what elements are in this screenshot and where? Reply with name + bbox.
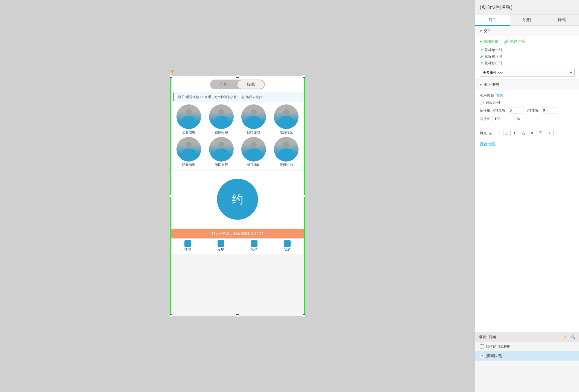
interaction-collapse-arrow[interactable]: ∨	[480, 29, 482, 33]
add-use-case-link[interactable]: + 添加用例	[480, 39, 499, 44]
handle-bottom-left[interactable]	[170, 314, 172, 317]
service-icon-3	[274, 104, 299, 129]
tab-style[interactable]: 样式	[545, 14, 579, 26]
scale-label: 缩放比	[480, 116, 490, 121]
bottom-panel-title: 概要: 页面	[479, 335, 496, 340]
service-item-7[interactable]: 摄影约拍	[271, 137, 302, 167]
padding-right-label: 右	[522, 131, 525, 136]
x-axis-input[interactable]	[508, 107, 524, 113]
service-label-0: 语音陪聊	[182, 130, 195, 135]
snapshot-icon: □	[480, 354, 484, 358]
handle-bottom-right[interactable]	[303, 314, 305, 317]
outline-item-1[interactable]: □ (页面快照)	[475, 351, 579, 361]
service-item-5[interactable]: 陪同旅行	[206, 137, 237, 167]
padding-bottom-input[interactable]	[544, 130, 554, 136]
padding-right-input[interactable]	[527, 130, 537, 136]
create-link-action[interactable]: 🔗 创建连接	[504, 39, 525, 44]
filter-icon[interactable]: ⚡	[563, 334, 568, 340]
nav-icon-jineng	[184, 240, 191, 247]
more-events-select[interactable]: 更多事件>>>	[480, 69, 575, 77]
fit-ratio-row: 适应比例	[480, 100, 575, 105]
panel-title-bar: (页面快照名称)	[475, 0, 579, 14]
padding-header-label: 填充	[480, 131, 487, 136]
event-arrow-leave: ↗	[480, 61, 483, 65]
padding-row: 填充 左 上 右 下	[480, 130, 575, 136]
nav-item-jineng[interactable]: 技能	[171, 240, 204, 252]
event-label-leave: 鼠标移出时	[485, 61, 502, 66]
banner-text: "浪子"赠送钱包399金币，3分钟约到"小丽"一起"陪我去旅行"	[173, 93, 302, 101]
offset-label: 偏移量	[480, 108, 490, 113]
nav-item-sixin[interactable]: 私信	[238, 240, 271, 252]
service-label-4: 陪看电影	[182, 163, 195, 167]
service-icon-5	[209, 137, 234, 162]
event-row-leave: ↗ 鼠标移出时	[480, 60, 575, 66]
right-panel: (页面快照名称) 属性 说明 样式 ∨ 交互 + 添加用例 🔗 创建连接	[475, 0, 579, 392]
outline-label-1: (页面快照)	[486, 353, 502, 358]
padding-top-label: 上	[505, 131, 509, 136]
service-label-1: 视频陪聊	[215, 130, 228, 135]
service-item-4[interactable]: 陪看电影	[174, 137, 204, 167]
padding-top-input[interactable]	[510, 130, 520, 136]
snapshot-section: 引用页面 首页 适应比例 偏移量 X轴坐标 y轴坐标 缩放比 %	[475, 90, 579, 127]
canvas-area: 广场 接单 "浪子"赠送钱包399金币，3分钟约到"小丽"一起"陪我去旅行" 语…	[0, 0, 475, 392]
interaction-section: + 添加用例 🔗 创建连接 ↗ 鼠标单击时 ↗ 鼠标移入时 ↗ 鼠标移出时	[475, 36, 579, 80]
padding-left-label: 左	[488, 131, 492, 136]
service-icon-1	[209, 104, 234, 129]
nav-item-wode[interactable]: 我的	[271, 240, 304, 252]
service-label-3: 陪我吃饭	[280, 130, 293, 135]
service-item-2[interactable]: 陪打游戏	[239, 104, 269, 135]
event-label-click: 鼠标单击时	[485, 48, 502, 52]
service-label-5: 陪同旅行	[215, 163, 228, 167]
y-axis-input[interactable]	[541, 107, 557, 113]
tab-toggle-inner: 广场 接单	[210, 80, 265, 89]
tab-description[interactable]: 说明	[510, 14, 544, 26]
service-icon-6	[241, 137, 266, 162]
handle-top-middle[interactable]	[236, 75, 239, 78]
fit-ratio-label: 适应比例	[486, 100, 500, 105]
handle-top-left[interactable]	[170, 75, 172, 78]
reference-link[interactable]: 首页	[496, 93, 503, 98]
scale-unit: %	[517, 117, 520, 121]
nav-label-wode: 我的	[284, 247, 291, 252]
status-bar: 12人已抢单，剩余选择时间10:59	[171, 229, 304, 238]
handle-middle-left[interactable]	[170, 195, 172, 197]
reference-page-row: 引用页面 首页	[480, 93, 575, 98]
tab-properties[interactable]: 属性	[475, 14, 510, 26]
panel-tabs: 属性 说明 样式	[475, 14, 579, 26]
scale-input[interactable]	[493, 116, 514, 122]
service-icon-2	[241, 104, 266, 129]
padding-section: 填充 左 上 右 下	[475, 127, 579, 139]
page-icon-0	[480, 344, 484, 349]
center-action-area: 约	[171, 171, 304, 228]
handle-bottom-middle[interactable]	[236, 314, 239, 317]
search-icon[interactable]: 🔍	[570, 334, 576, 340]
event-arrow-click: ↗	[480, 48, 483, 52]
fit-ratio-checkbox[interactable]	[480, 101, 484, 104]
animation-link[interactable]: 设置动画	[475, 139, 579, 150]
service-item-1[interactable]: 视频陪聊	[206, 104, 237, 135]
top-marker	[170, 70, 174, 73]
service-label-6: 组团运动	[247, 163, 260, 167]
event-row-enter: ↗ 鼠标移入时	[480, 53, 575, 60]
bottom-panel: 概要: 页面 ⚡ 🔍 如何使用流程图 □ (页面快照)	[475, 332, 579, 392]
nav-item-faxian[interactable]: 发现	[204, 240, 238, 252]
event-row-click: ↗ 鼠标单击时	[480, 47, 575, 53]
padding-left-input[interactable]	[494, 130, 503, 136]
snapshot-collapse-arrow[interactable]: ∨	[480, 83, 482, 87]
outline-item-0[interactable]: 如何使用流程图	[475, 342, 579, 351]
interaction-header-label: 交互	[484, 28, 491, 33]
service-item-0[interactable]: 语音陪聊	[174, 104, 204, 135]
tab-jiedan[interactable]: 接单	[238, 80, 264, 89]
phone-ui: 广场 接单 "浪子"赠送钱包399金币，3分钟约到"小丽"一起"陪我去旅行" 语…	[171, 76, 304, 316]
handle-top-right[interactable]	[303, 75, 305, 78]
big-circle-button[interactable]: 约	[217, 179, 258, 220]
nav-label-faxian: 发现	[218, 247, 224, 252]
handle-middle-right[interactable]	[303, 195, 305, 197]
event-arrow-enter: ↗	[480, 54, 483, 59]
add-use-case-label: 添加用例	[483, 39, 499, 44]
service-item-3[interactable]: 陪我吃饭	[271, 104, 302, 135]
x-axis-label: X轴坐标	[493, 108, 506, 113]
service-item-6[interactable]: 组团运动	[239, 137, 269, 167]
tab-guangchang[interactable]: 广场	[210, 80, 237, 89]
phone-mockup[interactable]: 广场 接单 "浪子"赠送钱包399金币，3分钟约到"小丽"一起"陪我去旅行" 语…	[170, 76, 305, 316]
